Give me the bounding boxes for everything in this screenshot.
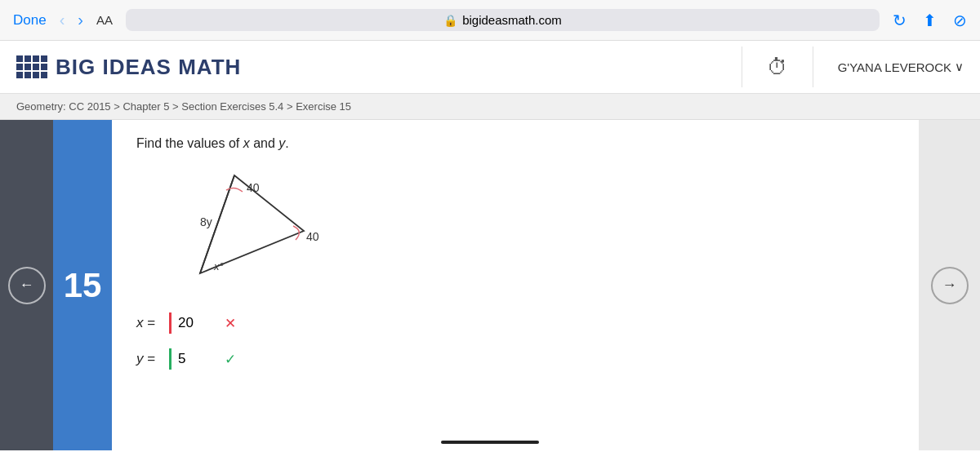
exercise-number: 15 [64, 266, 102, 305]
done-button[interactable]: Done [13, 12, 47, 29]
url-text: bigideasmath.com [462, 13, 562, 27]
left-arrow-icon: ← [20, 277, 34, 294]
problem-instruction: Find the values of x and y. [136, 136, 894, 151]
left-sidebar: ← [0, 120, 53, 450]
x-input[interactable] [169, 312, 218, 334]
x-label: x = [136, 315, 169, 331]
lock-icon: 🔒 [443, 14, 457, 27]
svg-text:8y: 8y [200, 215, 212, 228]
share-button[interactable]: ⬆ [923, 11, 937, 30]
home-indicator [441, 441, 539, 444]
y-label: y = [136, 351, 169, 367]
svg-text:40: 40 [306, 230, 319, 243]
answer-row-y: y = ✓ [136, 348, 894, 370]
answer-row-x: x = ✕ [136, 312, 894, 334]
triangle-figure: 40 8y 40 x° [153, 167, 894, 293]
site-header: BIG IDEAS MATH ⏱ G'YANA LEVEROCK ∨ [0, 41, 980, 94]
next-exercise-button[interactable]: → [931, 267, 969, 304]
back-button[interactable]: ‹ [60, 11, 65, 29]
exercise-number-block: 15 [53, 120, 112, 450]
site-logo-text: BIG IDEAS MATH [56, 55, 241, 80]
reload-button[interactable]: ↻ [893, 11, 906, 30]
prev-exercise-button[interactable]: ← [8, 267, 46, 304]
timer-icon[interactable]: ⏱ [767, 55, 788, 80]
right-sidebar: → [919, 120, 980, 450]
browser-nav: ‹ › [60, 11, 83, 29]
url-bar[interactable]: 🔒 bigideasmath.com [126, 9, 880, 31]
chevron-down-icon: ∨ [955, 60, 964, 74]
svg-text:x°: x° [213, 260, 224, 273]
user-name[interactable]: G'YANA LEVEROCK ∨ [838, 60, 964, 74]
right-arrow-icon: → [942, 277, 957, 294]
main-layout: ← 15 Find the values of x and y. [0, 120, 980, 450]
triangle-svg: 40 8y 40 x° [153, 167, 341, 290]
browser-actions: ↻ ⬆ ⊘ [893, 11, 967, 30]
browser-bar: Done ‹ › AA 🔒 bigideasmath.com ↻ ⬆ ⊘ [0, 0, 980, 41]
y-status-icon: ✓ [225, 351, 236, 368]
reader-button[interactable]: ⊘ [953, 11, 967, 30]
site-header-right: ⏱ G'YANA LEVEROCK ∨ [742, 47, 964, 87]
logo-grid-icon [16, 55, 47, 78]
header-divider [742, 47, 742, 87]
x-status-icon: ✕ [225, 315, 236, 332]
aa-button[interactable]: AA [96, 13, 113, 27]
header-divider2 [813, 47, 813, 87]
forward-button[interactable]: › [78, 11, 83, 29]
site-logo-area: BIG IDEAS MATH [16, 55, 742, 80]
svg-text:40: 40 [247, 181, 260, 194]
breadcrumb: Geometry: CC 2015 > Chapter 5 > Section … [0, 94, 980, 120]
content-area: Find the values of x and y. 40 8y [112, 120, 919, 450]
y-input[interactable] [169, 348, 218, 370]
